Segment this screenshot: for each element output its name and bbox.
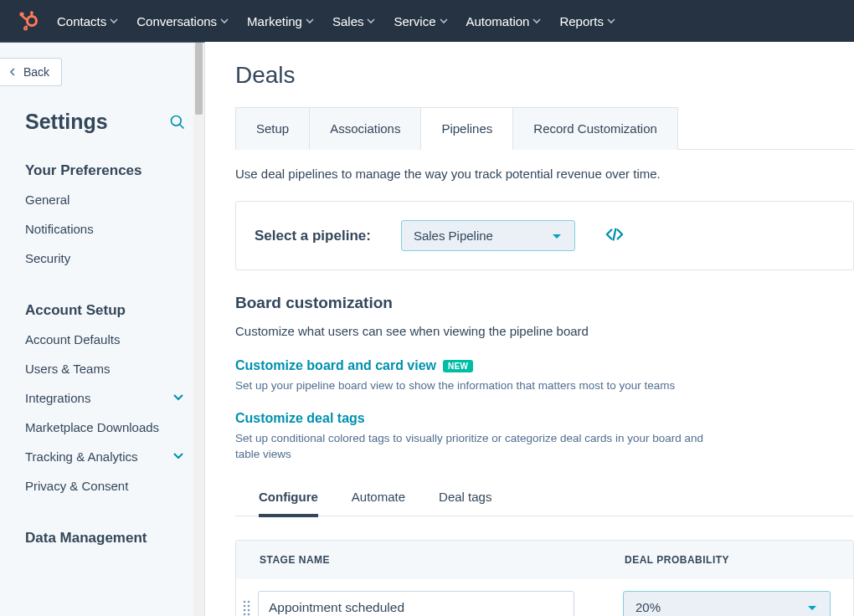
inner-tabs: Configure Automate Deal tags [235,480,854,516]
customize-board-sub: Set up your pipeline board view to show … [235,378,854,394]
search-icon[interactable] [169,114,186,131]
top-tabs: Setup Associations Pipelines Record Cust… [235,107,854,150]
chevron-down-icon [306,17,314,25]
svg-point-4 [30,11,33,14]
col-stage-name: STAGE NAME [260,554,625,566]
table-row: 20% [236,579,853,616]
svg-point-10 [244,600,246,603]
top-nav-items: Contacts Conversations Marketing Sales S… [57,14,615,28]
settings-sidebar: Back Settings Your Preferences General N… [0,42,205,616]
inner-tab-automate[interactable]: Automate [352,480,405,516]
svg-point-15 [248,608,250,611]
sidebar-item-integrations[interactable]: Integrations [25,391,193,405]
chevron-down-icon [110,17,118,25]
select-pipeline-box: Select a pipeline: Sales Pipeline [235,201,854,270]
chevron-down-icon [367,17,375,25]
col-deal-probability: DEAL PROBABILITY [625,554,729,566]
chevron-down-icon [440,17,448,25]
inner-tab-configure[interactable]: Configure [259,480,318,517]
drag-handle-icon[interactable] [243,599,251,616]
nav-service[interactable]: Service [394,14,447,28]
pipeline-dropdown[interactable]: Sales Pipeline [401,220,575,251]
sidebar-item-general[interactable]: General [25,192,193,207]
svg-point-11 [248,600,250,603]
stage-name-input[interactable] [258,591,574,616]
chevron-down-icon [806,602,818,613]
main-content: Deals Setup Associations Pipelines Recor… [205,42,854,616]
board-customization-text: Customize what users can see when viewin… [235,324,854,338]
svg-point-7 [172,116,182,126]
customize-deal-tags-sub: Set up conditional colored tags to visua… [235,431,713,463]
chevron-down-icon [532,17,541,25]
svg-point-13 [248,604,250,607]
top-nav: Contacts Conversations Marketing Sales S… [0,0,854,42]
sidebar-heading-account-setup: Account Setup [25,302,193,319]
back-label: Back [23,65,49,79]
settings-title: Settings [25,110,108,134]
sidebar-item-marketplace-downloads[interactable]: Marketplace Downloads [25,420,193,434]
nav-contacts[interactable]: Contacts [57,14,118,28]
select-pipeline-label: Select a pipeline: [255,228,371,244]
deal-probability-dropdown[interactable]: 20% [623,591,831,616]
back-button[interactable]: Back [0,58,62,86]
customize-board-link[interactable]: Customize board and card view NEW [235,358,473,373]
tab-associations[interactable]: Associations [310,107,421,150]
board-customization-heading: Board customization [235,294,854,312]
hubspot-logo[interactable] [18,11,39,31]
sidebar-item-privacy-consent[interactable]: Privacy & Consent [25,479,193,493]
sidebar-item-tracking-analytics[interactable]: Tracking & Analytics [25,449,193,464]
svg-point-0 [28,17,37,26]
svg-point-6 [24,27,27,29]
sidebar-scrollbar[interactable] [193,43,204,616]
sidebar-heading-preferences: Your Preferences [25,162,193,179]
sidebar-item-account-defaults[interactable]: Account Defaults [25,332,193,346]
nav-marketing[interactable]: Marketing [247,14,314,28]
nav-automation[interactable]: Automation [466,14,542,28]
chevron-down-icon [220,17,229,25]
pipeline-dropdown-value: Sales Pipeline [414,228,493,243]
scroll-thumb[interactable] [195,43,203,115]
pipelines-description: Use deal pipelines to manage the way you… [235,167,854,181]
sidebar-item-security[interactable]: Security [25,251,193,265]
new-badge: NEW [443,360,473,372]
sidebar-heading-data-management: Data Management [25,530,193,547]
svg-point-14 [244,608,246,611]
svg-point-17 [248,613,250,615]
tab-pipelines[interactable]: Pipelines [421,107,513,150]
nav-sales[interactable]: Sales [332,14,376,28]
inner-tab-deal-tags[interactable]: Deal tags [439,480,491,516]
tab-record-customization[interactable]: Record Customization [513,107,678,150]
chevron-down-icon [172,391,184,405]
customize-deal-tags-link[interactable]: Customize deal tags [235,411,365,426]
tab-setup[interactable]: Setup [235,107,310,150]
svg-point-16 [244,613,246,615]
chevron-down-icon [607,17,615,25]
deal-probability-value: 20% [635,600,661,614]
sidebar-item-users-teams[interactable]: Users & Teams [25,362,193,376]
nav-reports[interactable]: Reports [559,14,615,28]
nav-conversations[interactable]: Conversations [136,14,229,28]
chevron-left-icon [8,68,17,76]
svg-line-9 [614,228,616,239]
chevron-down-icon [551,230,563,242]
svg-line-8 [180,124,184,128]
stages-table: STAGE NAME DEAL PROBABILITY 20% [235,540,854,616]
page-title: Deals [235,62,854,89]
chevron-down-icon [172,449,184,464]
sidebar-item-notifications[interactable]: Notifications [25,222,193,236]
code-icon[interactable] [605,225,624,247]
svg-point-12 [244,604,246,607]
